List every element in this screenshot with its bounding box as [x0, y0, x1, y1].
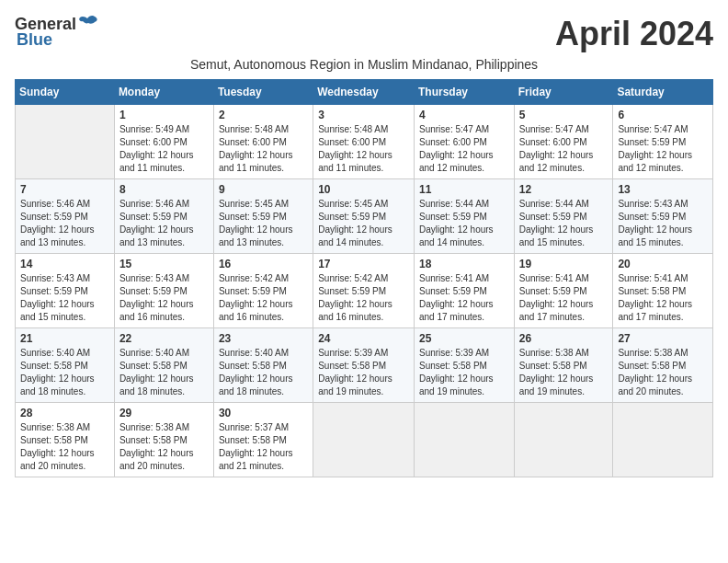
calendar-day-header: Thursday: [414, 80, 514, 105]
calendar-day-cell: 11Sunrise: 5:44 AM Sunset: 5:59 PM Dayli…: [414, 179, 514, 254]
day-info: Sunrise: 5:43 AM Sunset: 5:59 PM Dayligh…: [119, 272, 209, 324]
day-number: 1: [119, 109, 209, 121]
calendar-day-cell: [414, 403, 514, 477]
calendar-day-cell: 28Sunrise: 5:38 AM Sunset: 5:58 PM Dayli…: [16, 403, 115, 477]
day-number: 24: [318, 332, 409, 345]
day-number: 26: [519, 332, 609, 345]
calendar-week-row: 14Sunrise: 5:43 AM Sunset: 5:59 PM Dayli…: [16, 254, 713, 328]
calendar-day-cell: 5Sunrise: 5:47 AM Sunset: 6:00 PM Daylig…: [514, 105, 613, 179]
calendar-day-cell: 1Sunrise: 5:49 AM Sunset: 6:00 PM Daylig…: [114, 105, 213, 179]
calendar-week-row: 1Sunrise: 5:49 AM Sunset: 6:00 PM Daylig…: [16, 105, 713, 179]
day-info: Sunrise: 5:39 AM Sunset: 5:58 PM Dayligh…: [318, 347, 409, 398]
calendar-day-cell: 10Sunrise: 5:45 AM Sunset: 5:59 PM Dayli…: [313, 179, 415, 254]
day-number: 20: [618, 258, 708, 270]
calendar-day-cell: 14Sunrise: 5:43 AM Sunset: 5:59 PM Dayli…: [16, 254, 115, 328]
calendar-header-row: SundayMondayTuesdayWednesdayThursdayFrid…: [16, 80, 713, 105]
day-info: Sunrise: 5:45 AM Sunset: 5:59 PM Dayligh…: [318, 198, 409, 249]
day-number: 18: [419, 258, 509, 270]
calendar-day-cell: 16Sunrise: 5:42 AM Sunset: 5:59 PM Dayli…: [213, 254, 313, 328]
day-info: Sunrise: 5:48 AM Sunset: 6:00 PM Dayligh…: [318, 123, 409, 175]
day-number: 8: [119, 183, 209, 196]
day-number: 30: [219, 407, 308, 419]
day-number: 22: [119, 332, 209, 345]
day-info: Sunrise: 5:49 AM Sunset: 6:00 PM Dayligh…: [119, 123, 209, 175]
calendar-day-cell: 17Sunrise: 5:42 AM Sunset: 5:59 PM Dayli…: [313, 254, 415, 328]
calendar-day-cell: 26Sunrise: 5:38 AM Sunset: 5:58 PM Dayli…: [514, 328, 613, 403]
calendar-day-header: Tuesday: [213, 80, 313, 105]
day-number: 13: [618, 183, 708, 196]
day-info: Sunrise: 5:41 AM Sunset: 5:59 PM Dayligh…: [419, 272, 509, 324]
calendar-day-cell: 6Sunrise: 5:47 AM Sunset: 5:59 PM Daylig…: [613, 105, 713, 179]
day-number: 7: [20, 183, 109, 196]
day-info: Sunrise: 5:43 AM Sunset: 5:59 PM Dayligh…: [618, 198, 708, 249]
calendar-day-cell: 30Sunrise: 5:37 AM Sunset: 5:58 PM Dayli…: [213, 403, 313, 477]
calendar-day-cell: [514, 403, 613, 477]
calendar-week-row: 21Sunrise: 5:40 AM Sunset: 5:58 PM Dayli…: [16, 328, 713, 403]
day-number: 25: [419, 332, 509, 345]
day-number: 15: [119, 258, 209, 270]
calendar-day-cell: 21Sunrise: 5:40 AM Sunset: 5:58 PM Dayli…: [16, 328, 115, 403]
calendar-day-header: Friday: [514, 80, 613, 105]
day-number: 23: [219, 332, 308, 345]
logo-blue-text: Blue: [17, 30, 52, 50]
calendar-day-cell: 20Sunrise: 5:41 AM Sunset: 5:58 PM Dayli…: [613, 254, 713, 328]
page-header: General Blue April 2024: [15, 15, 713, 53]
calendar-day-cell: 19Sunrise: 5:41 AM Sunset: 5:59 PM Dayli…: [514, 254, 613, 328]
calendar-day-header: Saturday: [613, 80, 713, 105]
day-number: 11: [419, 183, 509, 196]
day-number: 17: [318, 258, 409, 270]
calendar-day-cell: 3Sunrise: 5:48 AM Sunset: 6:00 PM Daylig…: [313, 105, 415, 179]
day-info: Sunrise: 5:38 AM Sunset: 5:58 PM Dayligh…: [519, 347, 609, 398]
calendar-day-cell: [613, 403, 713, 477]
day-info: Sunrise: 5:48 AM Sunset: 6:00 PM Dayligh…: [219, 123, 308, 175]
day-info: Sunrise: 5:44 AM Sunset: 5:59 PM Dayligh…: [519, 198, 609, 249]
calendar-day-header: Wednesday: [313, 80, 415, 105]
day-number: 2: [219, 109, 308, 121]
calendar-day-header: Monday: [114, 80, 213, 105]
day-info: Sunrise: 5:39 AM Sunset: 5:58 PM Dayligh…: [419, 347, 509, 398]
calendar-week-row: 7Sunrise: 5:46 AM Sunset: 5:59 PM Daylig…: [16, 179, 713, 254]
day-number: 27: [618, 332, 708, 345]
day-info: Sunrise: 5:45 AM Sunset: 5:59 PM Dayligh…: [219, 198, 308, 249]
day-info: Sunrise: 5:38 AM Sunset: 5:58 PM Dayligh…: [119, 421, 209, 473]
day-number: 10: [318, 183, 409, 196]
calendar-day-cell: 9Sunrise: 5:45 AM Sunset: 5:59 PM Daylig…: [213, 179, 313, 254]
calendar-day-cell: 23Sunrise: 5:40 AM Sunset: 5:58 PM Dayli…: [213, 328, 313, 403]
calendar-week-row: 28Sunrise: 5:38 AM Sunset: 5:58 PM Dayli…: [16, 403, 713, 477]
calendar-day-cell: 27Sunrise: 5:38 AM Sunset: 5:58 PM Dayli…: [613, 328, 713, 403]
day-number: 16: [219, 258, 308, 270]
calendar-day-cell: 7Sunrise: 5:46 AM Sunset: 5:59 PM Daylig…: [16, 179, 115, 254]
day-info: Sunrise: 5:46 AM Sunset: 5:59 PM Dayligh…: [119, 198, 209, 249]
day-info: Sunrise: 5:41 AM Sunset: 5:59 PM Dayligh…: [519, 272, 609, 324]
day-info: Sunrise: 5:43 AM Sunset: 5:59 PM Dayligh…: [20, 272, 109, 324]
day-number: 9: [219, 183, 308, 196]
calendar-day-cell: 8Sunrise: 5:46 AM Sunset: 5:59 PM Daylig…: [114, 179, 213, 254]
day-number: 4: [419, 109, 509, 121]
calendar-subtitle: Semut, Autonomous Region in Muslim Minda…: [15, 57, 713, 72]
day-number: 3: [318, 109, 409, 121]
day-info: Sunrise: 5:46 AM Sunset: 5:59 PM Dayligh…: [20, 198, 109, 249]
calendar-day-cell: 18Sunrise: 5:41 AM Sunset: 5:59 PM Dayli…: [414, 254, 514, 328]
day-number: 28: [20, 407, 109, 419]
day-number: 6: [618, 109, 708, 121]
calendar-day-cell: 15Sunrise: 5:43 AM Sunset: 5:59 PM Dayli…: [114, 254, 213, 328]
calendar-day-header: Sunday: [16, 80, 115, 105]
day-info: Sunrise: 5:47 AM Sunset: 5:59 PM Dayligh…: [618, 123, 708, 175]
day-number: 19: [519, 258, 609, 270]
calendar-day-cell: [313, 403, 415, 477]
logo: General Blue: [15, 15, 98, 50]
calendar-day-cell: [16, 105, 115, 179]
calendar-day-cell: 4Sunrise: 5:47 AM Sunset: 6:00 PM Daylig…: [414, 105, 514, 179]
day-info: Sunrise: 5:40 AM Sunset: 5:58 PM Dayligh…: [119, 347, 209, 398]
day-info: Sunrise: 5:47 AM Sunset: 6:00 PM Dayligh…: [419, 123, 509, 175]
day-info: Sunrise: 5:37 AM Sunset: 5:58 PM Dayligh…: [219, 421, 308, 473]
calendar-day-cell: 22Sunrise: 5:40 AM Sunset: 5:58 PM Dayli…: [114, 328, 213, 403]
calendar-day-cell: 25Sunrise: 5:39 AM Sunset: 5:58 PM Dayli…: [414, 328, 514, 403]
day-number: 29: [119, 407, 209, 419]
day-info: Sunrise: 5:40 AM Sunset: 5:58 PM Dayligh…: [20, 347, 109, 398]
calendar-day-cell: 24Sunrise: 5:39 AM Sunset: 5:58 PM Dayli…: [313, 328, 415, 403]
calendar-day-cell: 12Sunrise: 5:44 AM Sunset: 5:59 PM Dayli…: [514, 179, 613, 254]
day-number: 5: [519, 109, 609, 121]
day-info: Sunrise: 5:47 AM Sunset: 6:00 PM Dayligh…: [519, 123, 609, 175]
day-info: Sunrise: 5:38 AM Sunset: 5:58 PM Dayligh…: [618, 347, 708, 398]
